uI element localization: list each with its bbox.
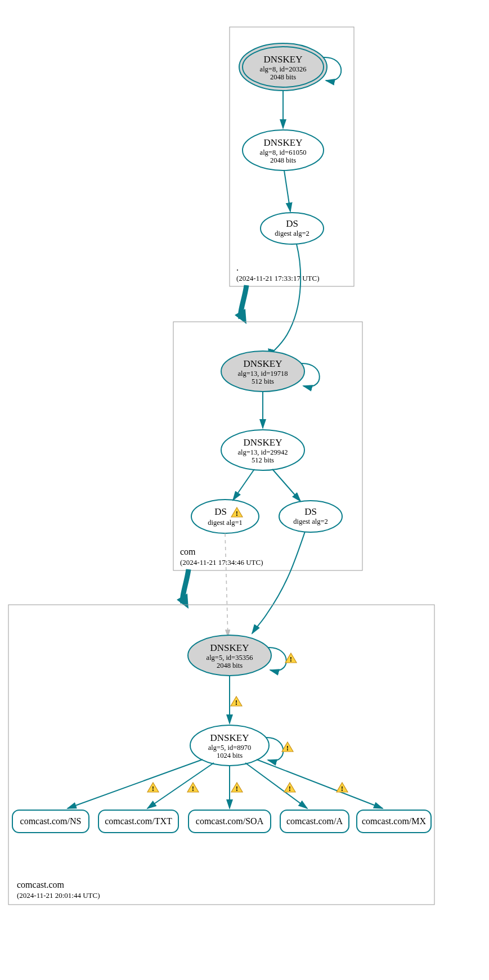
svg-text:DNSKEY: DNSKEY	[210, 732, 249, 743]
svg-text:comcast.com/A: comcast.com/A	[286, 816, 343, 826]
svg-text:alg=5, id=8970: alg=5, id=8970	[208, 744, 252, 752]
edge-com-ds1-to-leaf-ksk	[225, 533, 228, 637]
svg-text:DNSKEY: DNSKEY	[210, 642, 249, 653]
edge-com-ds2-to-leaf-ksk	[252, 532, 305, 633]
svg-text:DS: DS	[304, 506, 317, 517]
svg-text:DNSKEY: DNSKEY	[264, 54, 303, 65]
zone-leaf: comcast.com (2024-11-21 20:01:44 UTC) DN…	[8, 605, 434, 905]
warning-icon	[187, 783, 199, 793]
svg-text:digest alg=1: digest alg=1	[208, 519, 243, 527]
svg-text:2048 bits: 2048 bits	[217, 662, 243, 669]
edge-root-zsk-to-ds	[284, 170, 290, 212]
svg-text:1024 bits: 1024 bits	[217, 752, 243, 759]
rr-a: comcast.com/A	[280, 810, 349, 833]
svg-text:alg=13, id=29942: alg=13, id=29942	[237, 448, 288, 456]
edge-com-zsk-to-ds2	[272, 469, 300, 501]
svg-text:alg=13, id=19718: alg=13, id=19718	[237, 370, 288, 377]
rr-soa: comcast.com/SOA	[189, 810, 271, 833]
svg-text:2048 bits: 2048 bits	[270, 73, 296, 81]
svg-text:alg=8, id=20326: alg=8, id=20326	[260, 65, 307, 73]
edge-com-zsk-to-ds1	[233, 469, 254, 500]
node-com-zsk: DNSKEY alg=13, id=29942 512 bits	[221, 430, 304, 470]
dnssec-graph: ! . (2024-11-21 17:33:17 UTC) DNSKEY alg…	[0, 0, 489, 980]
warning-icon	[285, 653, 297, 663]
svg-text:digest alg=2: digest alg=2	[293, 518, 328, 525]
warning-icon	[337, 783, 348, 793]
svg-text:comcast.com/TXT: comcast.com/TXT	[105, 816, 172, 826]
svg-text:DS: DS	[286, 218, 298, 229]
node-com-ds1: DS digest alg=1	[191, 500, 259, 533]
zone-root-name: .	[236, 263, 239, 272]
svg-text:digest alg=2: digest alg=2	[275, 230, 309, 237]
svg-text:comcast.com/NS: comcast.com/NS	[20, 816, 82, 826]
warning-icon	[231, 696, 242, 707]
zone-root: . (2024-11-21 17:33:17 UTC) DNSKEY alg=8…	[230, 27, 354, 286]
node-root-ksk: DNSKEY alg=8, id=20326 2048 bits	[239, 43, 327, 91]
warning-icon	[282, 742, 293, 752]
warning-icon	[147, 783, 159, 793]
svg-text:DNSKEY: DNSKEY	[264, 137, 303, 148]
zone-leaf-name: comcast.com	[17, 880, 65, 889]
node-leaf-ksk: DNSKEY alg=5, id=35356 2048 bits	[188, 635, 271, 676]
warning-icon	[284, 783, 295, 793]
svg-text:DS: DS	[214, 506, 227, 517]
rr-ns: comcast.com/NS	[12, 810, 89, 833]
rr-txt: comcast.com/TXT	[98, 810, 178, 833]
svg-text:DNSKEY: DNSKEY	[244, 358, 282, 369]
svg-text:512 bits: 512 bits	[252, 456, 274, 464]
svg-text:alg=5, id=35356: alg=5, id=35356	[207, 654, 253, 662]
zone-com-ts: (2024-11-21 17:34:46 UTC)	[180, 558, 263, 567]
zone-com-name: com	[180, 547, 196, 556]
warning-icon	[231, 783, 243, 793]
svg-text:comcast.com/MX: comcast.com/MX	[362, 816, 427, 826]
node-com-ksk: DNSKEY alg=13, id=19718 512 bits	[221, 351, 304, 392]
svg-text:512 bits: 512 bits	[252, 377, 274, 385]
rr-mx: comcast.com/MX	[357, 810, 431, 833]
svg-text:2048 bits: 2048 bits	[270, 156, 296, 164]
svg-text:alg=8, id=61050: alg=8, id=61050	[260, 149, 307, 156]
zone-root-ts: (2024-11-21 17:33:17 UTC)	[236, 274, 320, 282]
edge-zsk-to-mx	[257, 759, 383, 808]
node-root-zsk: DNSKEY alg=8, id=61050 2048 bits	[243, 130, 324, 170]
node-com-ds2: DS digest alg=2	[279, 501, 342, 532]
edge-root-ds-to-com-ksk	[269, 244, 300, 358]
node-root-ds: DS digest alg=2	[261, 213, 324, 244]
zone-com: com (2024-11-21 17:34:46 UTC) DNSKEY alg…	[173, 322, 362, 570]
svg-text:DNSKEY: DNSKEY	[244, 437, 282, 448]
edge-zsk-to-a	[245, 763, 307, 808]
edge-zsk-to-txt	[147, 763, 214, 808]
svg-text:comcast.com/SOA: comcast.com/SOA	[196, 816, 264, 826]
zone-leaf-ts: (2024-11-21 20:01:44 UTC)	[17, 891, 100, 900]
